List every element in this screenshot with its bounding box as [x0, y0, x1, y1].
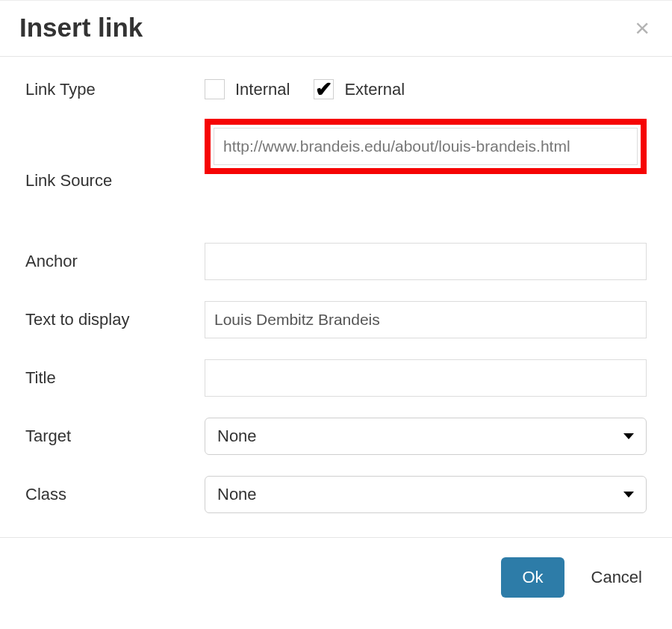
dialog-footer: Ok Cancel	[0, 537, 672, 616]
spacer	[25, 211, 647, 243]
text-to-display-area	[205, 301, 647, 338]
checkbox-internal[interactable]: ✔	[205, 79, 225, 99]
link-source-highlight	[205, 119, 647, 174]
anchor-area	[205, 243, 647, 280]
dialog-body: Link Type ✔ Internal ✔ External Link Sou…	[0, 57, 672, 537]
target-selected-value: None	[217, 427, 257, 446]
row-target: Target None	[25, 418, 647, 455]
class-area: None	[205, 476, 647, 513]
checkbox-internal-label: Internal	[235, 80, 290, 99]
class-select[interactable]: None	[205, 476, 647, 513]
row-link-type: Link Type ✔ Internal ✔ External	[25, 79, 647, 99]
label-text-to-display: Text to display	[25, 310, 205, 329]
dialog-header: Insert link ×	[0, 1, 672, 57]
row-text-to-display: Text to display	[25, 301, 647, 338]
link-source-input[interactable]	[214, 128, 638, 165]
label-target: Target	[25, 427, 205, 446]
target-area: None	[205, 418, 647, 455]
label-link-type: Link Type	[25, 80, 205, 99]
checkbox-external[interactable]: ✔	[314, 79, 334, 99]
link-source-area	[205, 120, 647, 174]
link-type-options: ✔ Internal ✔ External	[205, 79, 647, 99]
title-area	[205, 359, 647, 397]
anchor-input[interactable]	[205, 243, 647, 280]
label-link-source: Link Source	[25, 120, 205, 190]
insert-link-dialog: Insert link × Link Type ✔ Internal ✔ Ext…	[0, 0, 672, 616]
ok-button[interactable]: Ok	[501, 557, 564, 598]
row-class: Class None	[25, 476, 647, 513]
check-icon: ✔	[315, 79, 332, 100]
label-anchor: Anchor	[25, 252, 205, 271]
class-selected-value: None	[217, 485, 257, 504]
row-link-source: Link Source	[25, 120, 647, 190]
dialog-title: Insert link	[19, 13, 143, 43]
chevron-down-icon	[623, 433, 634, 439]
title-input[interactable]	[205, 359, 647, 397]
row-title: Title	[25, 359, 647, 397]
cancel-button[interactable]: Cancel	[587, 557, 647, 598]
target-select[interactable]: None	[205, 418, 647, 455]
close-icon[interactable]: ×	[632, 15, 653, 40]
chevron-down-icon	[623, 492, 634, 498]
label-class: Class	[25, 485, 205, 504]
checkbox-external-label: External	[344, 80, 405, 99]
label-title: Title	[25, 368, 205, 388]
text-to-display-input[interactable]	[205, 301, 647, 338]
row-anchor: Anchor	[25, 243, 647, 280]
